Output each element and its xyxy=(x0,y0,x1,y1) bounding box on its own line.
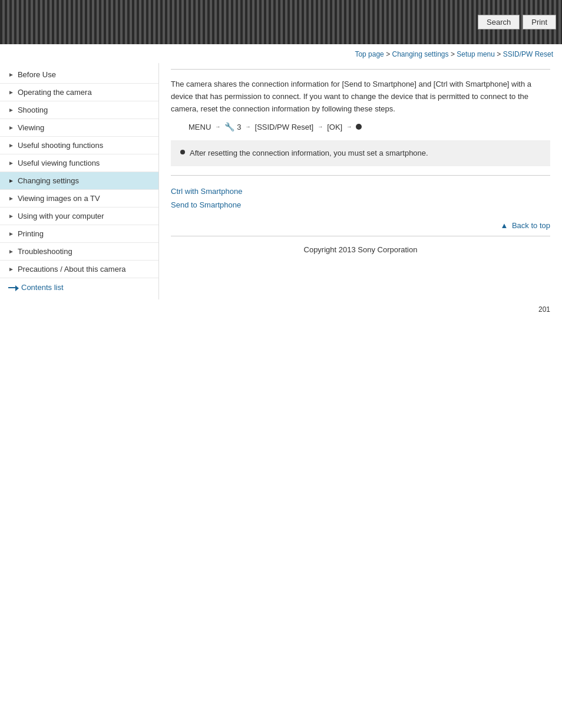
sidebar-item-using-computer[interactable]: ► Using with your computer xyxy=(0,207,158,225)
sidebar-item-printing[interactable]: ► Printing xyxy=(0,225,158,243)
sidebar-item-troubleshooting[interactable]: ► Troubleshooting xyxy=(0,243,158,261)
chevron-right-icon: ► xyxy=(8,124,14,131)
sidebar-label-operating-camera: Operating the camera xyxy=(18,88,92,97)
breadcrumb-setup-menu[interactable]: Setup menu xyxy=(457,50,495,58)
content-description: The camera shares the connection informa… xyxy=(171,78,550,115)
sidebar-label-useful-viewing: Useful viewing functions xyxy=(18,159,100,167)
breadcrumb-changing-settings[interactable]: Changing settings xyxy=(392,50,448,58)
main-layout: ► Before Use ► Operating the camera ► Sh… xyxy=(0,63,562,299)
bullet-circle xyxy=(356,124,362,130)
sidebar-label-viewing-tv: Viewing images on a TV xyxy=(18,194,100,203)
chevron-right-icon: ► xyxy=(8,107,14,113)
note-bullet-icon xyxy=(180,150,185,154)
chevron-right-icon: ► xyxy=(8,89,14,95)
mid-divider xyxy=(171,175,550,176)
chevron-right-icon: ► xyxy=(8,142,14,149)
sidebar-item-useful-shooting[interactable]: ► Useful shooting functions xyxy=(0,137,158,154)
menu-number: 3 xyxy=(237,123,241,131)
top-divider xyxy=(171,69,550,70)
sidebar-label-troubleshooting: Troubleshooting xyxy=(18,247,72,256)
ctrl-smartphone-link[interactable]: Ctrl with Smartphone xyxy=(171,185,550,198)
search-button[interactable]: Search xyxy=(478,15,520,29)
breadcrumb-sep3: > xyxy=(497,50,503,58)
note-text: After resetting the connection informati… xyxy=(190,147,428,159)
sidebar-item-shooting[interactable]: ► Shooting xyxy=(0,101,158,119)
breadcrumb-sep2: > xyxy=(451,50,457,58)
sidebar-item-precautions[interactable]: ► Precautions / About this camera xyxy=(0,261,158,278)
chevron-right-icon: ► xyxy=(8,71,14,78)
ssid-reset-text: [SSID/PW Reset] xyxy=(255,123,314,131)
sidebar-item-changing-settings[interactable]: ► Changing settings xyxy=(0,172,158,190)
triangle-up-icon: ▲ xyxy=(500,221,508,230)
chevron-right-icon: ► xyxy=(8,248,14,255)
sidebar: ► Before Use ► Operating the camera ► Sh… xyxy=(0,63,159,299)
sidebar-item-useful-viewing[interactable]: ► Useful viewing functions xyxy=(0,154,158,172)
content-area: The camera shares the connection informa… xyxy=(159,63,562,299)
breadcrumb: Top page > Changing settings > Setup men… xyxy=(0,44,562,63)
sidebar-label-printing: Printing xyxy=(18,229,44,238)
sidebar-label-using-computer: Using with your computer xyxy=(18,212,104,220)
contents-list-link[interactable]: Contents list xyxy=(0,278,158,297)
chevron-right-icon: ► xyxy=(8,160,14,166)
wrench-icon: 🔧 xyxy=(224,122,234,131)
breadcrumb-sep1: > xyxy=(386,50,392,58)
print-button[interactable]: Print xyxy=(523,15,556,29)
sidebar-item-before-use[interactable]: ► Before Use xyxy=(0,66,158,84)
breadcrumb-top-page[interactable]: Top page xyxy=(355,50,384,58)
ok-text: [OK] xyxy=(327,123,342,131)
arrow-icon-4: → xyxy=(346,124,352,130)
sidebar-item-viewing[interactable]: ► Viewing xyxy=(0,119,158,137)
sidebar-item-operating-camera[interactable]: ► Operating the camera xyxy=(0,84,158,101)
arrow-icon-1: → xyxy=(215,124,220,130)
arrow-icon-2: → xyxy=(246,124,251,130)
sidebar-label-precautions: Precautions / About this camera xyxy=(18,265,126,274)
arrow-icon-3: → xyxy=(318,124,323,130)
sidebar-label-before-use: Before Use xyxy=(18,70,56,79)
breadcrumb-ssid-pw-reset[interactable]: SSID/PW Reset xyxy=(503,50,553,58)
contents-list-label: Contents list xyxy=(21,283,64,292)
sidebar-label-shooting: Shooting xyxy=(18,106,48,114)
menu-text: MENU xyxy=(189,123,211,131)
chevron-right-icon: ► xyxy=(8,177,14,184)
header-buttons: Search Print xyxy=(478,15,556,29)
chevron-right-icon: ► xyxy=(8,266,14,272)
bottom-divider xyxy=(171,236,550,236)
content-links: Ctrl with Smartphone Send to Smartphone xyxy=(171,185,550,212)
sidebar-label-viewing: Viewing xyxy=(18,123,44,132)
header-bar: Search Print xyxy=(0,0,562,44)
chevron-right-icon: ► xyxy=(8,213,14,219)
copyright: Copyright 2013 Sony Corporation xyxy=(171,242,550,257)
send-smartphone-link[interactable]: Send to Smartphone xyxy=(171,198,550,212)
sidebar-label-useful-shooting: Useful shooting functions xyxy=(18,141,103,150)
page-number: 201 xyxy=(0,299,562,319)
menu-instruction: MENU → 🔧 3 → [SSID/PW Reset] → [OK] → xyxy=(189,122,550,131)
chevron-right-icon: ► xyxy=(8,195,14,202)
chevron-right-icon: ► xyxy=(8,230,14,237)
arrow-right-icon xyxy=(8,284,19,291)
back-to-top-label: Back to top xyxy=(512,221,550,230)
sidebar-label-changing-settings: Changing settings xyxy=(18,176,79,185)
note-box: After resetting the connection informati… xyxy=(171,140,550,166)
back-to-top: ▲ Back to top xyxy=(171,221,550,230)
sidebar-item-viewing-tv[interactable]: ► Viewing images on a TV xyxy=(0,190,158,207)
back-to-top-link[interactable]: ▲ Back to top xyxy=(500,221,550,230)
